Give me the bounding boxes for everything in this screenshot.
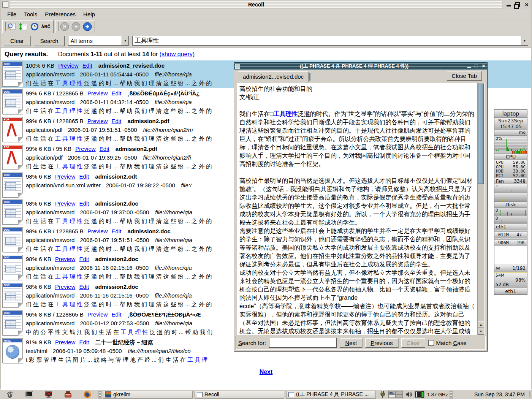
preview-link[interactable]: Preview [55,256,75,262]
close-button[interactable]: ✕ [524,2,530,7]
preview-minimize-button[interactable] [467,64,472,69]
scroll-up-icon[interactable]: ▲ [478,321,484,328]
main-titlebar[interactable]: Recoll ✕ [1,0,531,9]
minimize-button[interactable] [505,2,511,7]
preview-maximize-button[interactable] [474,64,479,69]
query-history-chevron-icon[interactable]: ▼ [521,36,528,45]
preview-link[interactable]: Preview [87,90,108,97]
gkrellm-footer[interactable]: eth1 [494,288,527,294]
window-menu-icon[interactable] [2,2,8,8]
edit-link[interactable]: Edit [79,173,89,180]
file-date: 2006-01-19 05:09:48 -0500 [53,348,122,354]
scroll-down-icon[interactable]: ▼ [478,328,484,335]
preview-link[interactable]: Preview [55,283,75,290]
edit-link[interactable]: Edit [112,228,122,234]
find-next-button[interactable]: Next [340,338,362,348]
query-input[interactable] [133,37,521,44]
panel-handle[interactable] [98,391,101,399]
checkbox-icon[interactable] [428,340,434,346]
disk-chart-2[interactable]: 0 [494,216,527,224]
file-size: 6 KB / 1228865 B [39,90,84,97]
disk-section-label[interactable]: Disk [494,202,527,208]
first-page-icon[interactable] [59,22,70,32]
mail-monitor[interactable]: ✉1/192 [494,265,527,272]
close-tab-button[interactable]: Close Tab [447,71,482,81]
scrollbar-thumb[interactable] [478,84,484,184]
power-plug-icon[interactable] [379,390,386,399]
preview-link[interactable]: Preview [87,118,108,124]
preview-tab[interactable]: admission2...evised.doc [238,71,309,82]
snippet: 们 生 活 在 工 具 理 性 泛 滥 的 时 ... 帮 助 我 们 理 清 … [26,272,212,281]
task-preview[interactable]: ((工 PHRASE 4 具 PHRASE ... [286,391,376,399]
fan-chart[interactable] [494,184,527,202]
maximize-button[interactable] [515,2,521,7]
previous-page-icon[interactable] [71,22,81,32]
next-page-link[interactable]: Next [260,369,273,375]
menu-tools[interactable]: Tools [21,10,41,18]
search-button[interactable]: Search [34,36,65,46]
clear-button[interactable]: Clear [4,36,30,46]
edit-link[interactable]: Edit [79,339,89,345]
preview-link[interactable]: Preview [75,146,95,152]
menu-help[interactable]: Help [80,10,98,18]
term-explorer-icon[interactable]: ÅBĈ [41,22,51,32]
show-query-link[interactable]: (show query) [160,51,195,57]
preview-link[interactable]: Preview [87,311,108,318]
screen-lock-icon[interactable] [44,390,53,399]
typewriter-icon[interactable] [63,390,72,399]
gnome-menu-icon[interactable] [5,390,14,399]
preview-titlebar[interactable]: ((工 PHRASE 4 具 PHRASE 4 理 PHRASE 4 性)) ✕ [234,62,487,70]
task-gkrellm[interactable]: gkrellm [103,391,193,399]
preview-close-button[interactable]: ✕ [481,64,486,69]
cpu-monitor-icon[interactable] [415,390,424,399]
edit-link[interactable]: Edit [112,118,122,124]
edit-link[interactable]: Edit [82,62,92,69]
panel-handle[interactable] [450,391,453,399]
edit-link[interactable]: Edit [112,311,122,318]
document-history-icon[interactable] [29,22,40,32]
find-previous-button[interactable]: Previous [365,338,398,348]
gkrellm-hostname[interactable]: laptop [494,110,527,118]
terminal-icon[interactable]: >_ [25,390,33,399]
task-recoll[interactable]: Recoll [195,391,284,399]
preview-link[interactable]: Preview [55,173,75,180]
chevron-down-icon[interactable]: ▼ [122,36,128,45]
edit-link[interactable]: Edit [79,200,89,207]
menu-file[interactable]: File [4,10,20,18]
taskbar-clock[interactable]: Sun Sep 23, 3:47 PM [474,391,530,397]
preview-link[interactable]: Preview [55,200,75,207]
search-row: Clear Search All terms ▼ ▼ [1,34,531,48]
preview-link[interactable]: Preview [58,62,78,69]
preview-window-icon[interactable] [235,64,240,69]
edit-link[interactable]: Edit [112,90,122,97]
edit-link[interactable]: Edit [100,146,109,152]
advanced-search-icon[interactable] [6,22,17,32]
edit-link[interactable]: Edit [79,283,89,290]
task-label: gkrellm [113,391,130,397]
disk-chart-1[interactable]: 0 [494,208,527,216]
cpu-chart[interactable]: 0% [494,136,527,151]
net-section-label[interactable]: eth1 [494,224,527,230]
match-case-checkbox[interactable]: Match Case [428,340,466,346]
search-mode-select[interactable]: All terms ▼ [68,36,129,46]
find-clear-button[interactable]: Clear [401,338,426,348]
cpu-section-label[interactable]: CPU [494,154,527,160]
edit-link[interactable]: Edit [79,256,89,262]
preview-link[interactable]: Preview [87,228,108,234]
cpu-frequency[interactable]: 1.87 GHz [427,392,448,397]
mime-type: application/vnd.sun.xml.writer [26,182,101,188]
volume-icon[interactable] [405,390,413,399]
next-page-icon[interactable] [82,22,92,32]
find-input[interactable] [269,338,337,348]
relevance-percent: 98% [26,256,37,262]
meter-panel[interactable]: 54M 98% 52 dB [494,272,527,288]
preview-scrollbar[interactable]: ▲ ▼ [477,83,484,335]
firefox-icon[interactable] [83,390,92,399]
sort-parameters-icon[interactable] [18,22,28,32]
menu-preferences[interactable]: Preferences [41,10,79,18]
preview-link[interactable]: Preview [55,339,75,345]
preview-document-text[interactable]: 高校招生的社会功能和目的文/钱江 我们生活在□工具理性泛滥的时代。作为“世之显学… [239,85,475,335]
mime-type: application/pdf [26,154,63,161]
result-title: ¸ßÕÐÖÆ¶È£ºÏ¡È±ÖÐµÄ¹«Æ [128,311,201,318]
workspace-switcher-icon[interactable] [388,391,403,398]
